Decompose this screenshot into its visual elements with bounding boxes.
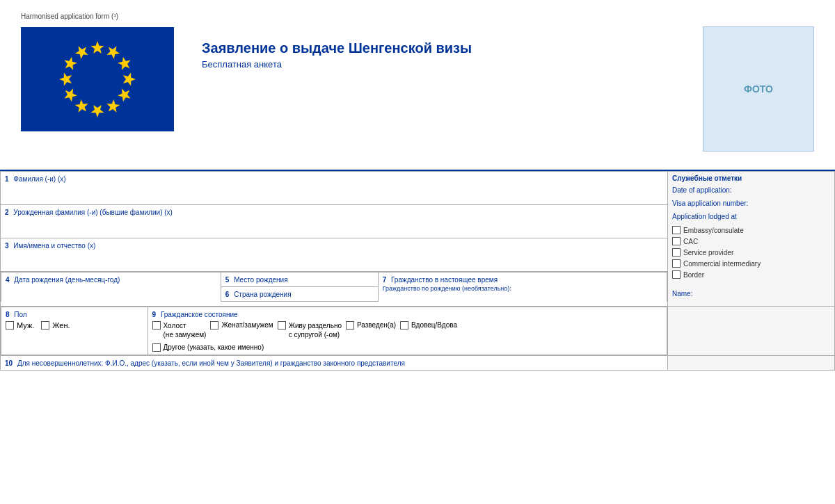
field-7-cell: 7 Гражданство в настоящее время Гражданс… bbox=[378, 273, 667, 302]
table-row: 1 Фамилия (-и) (х) Служебные отметки Dat… bbox=[1, 172, 835, 205]
civil-divorced-checkbox[interactable] bbox=[346, 321, 354, 330]
field-5-cell: 5 Место рождения bbox=[221, 273, 378, 287]
civil-other: Другое (указать, какое именно) bbox=[152, 343, 662, 352]
field-6-label: 6 Страна рождения bbox=[225, 291, 292, 298]
field-5-label: 5 Место рождения bbox=[225, 276, 288, 284]
field-4-label: 4 Дата рождения (день-месяц-год) bbox=[6, 276, 120, 284]
civil-separated-checkbox[interactable] bbox=[278, 321, 286, 330]
field-7-sublabel: Гражданство по рождению (необязательно): bbox=[383, 285, 511, 292]
date-of-application: Date of application: bbox=[672, 186, 830, 194]
checkbox-border: Border bbox=[672, 270, 830, 279]
checkbox-embassy-box[interactable] bbox=[672, 226, 681, 234]
civil-separated: Живу раздельнос супругой (-ом) bbox=[278, 321, 342, 339]
table-row: 8 Пол Муж. bbox=[1, 307, 835, 356]
inner-table-456: 4 Дата рождения (день-месяц-год) 5 Место… bbox=[1, 272, 667, 302]
gender-female: Жен. bbox=[41, 321, 70, 330]
checkbox-border-box[interactable] bbox=[672, 270, 681, 279]
field-456-cell: 4 Дата рождения (день-месяц-год) 5 Место… bbox=[1, 272, 668, 307]
checkbox-commercial-box[interactable] bbox=[672, 259, 681, 268]
checkbox-border-label: Border bbox=[683, 271, 704, 279]
checkbox-embassy: Embassy/consulate bbox=[672, 226, 830, 234]
civil-married: Женат/замужем bbox=[210, 321, 273, 330]
eu-flag-svg bbox=[21, 27, 174, 131]
field-8-cell: 8 Пол Муж. bbox=[1, 307, 148, 355]
field-1-label: 1 Фамилия (-и) (х) bbox=[5, 175, 66, 183]
field-9-label: 9 Гражданское состояние bbox=[152, 311, 238, 318]
field-3-cell: 3 Имя/имена и отчество (х) bbox=[1, 238, 668, 272]
main-title: Заявление о выдаче Шенгенской визы bbox=[202, 40, 689, 56]
gender-female-checkbox[interactable] bbox=[41, 321, 49, 330]
gender-male: Муж. bbox=[6, 321, 34, 330]
civil-married-checkbox[interactable] bbox=[210, 321, 218, 330]
table-row: 10 Для несовершеннолетних: Ф.И.О., адрес… bbox=[1, 356, 835, 371]
field-9-cell: 9 Гражданское состояние Холост(не замуже… bbox=[148, 307, 667, 355]
field-3-label: 3 Имя/имена и отчество (х) bbox=[5, 242, 95, 250]
field-10-cell: 10 Для несовершеннолетних: Ф.И.О., адрес… bbox=[1, 356, 668, 371]
name-label: Name: bbox=[672, 290, 830, 298]
civil-single-checkbox[interactable] bbox=[152, 321, 161, 330]
checkbox-service-provider: Service provider bbox=[672, 248, 830, 257]
civil-single: Холост(не замужем) bbox=[152, 321, 207, 339]
civil-divorced: Разведен(а) bbox=[346, 321, 396, 330]
field-4-cell: 4 Дата рождения (день-месяц-год) bbox=[1, 273, 221, 302]
gender-female-label: Жен. bbox=[52, 321, 70, 330]
civil-widowed-label: Вдовец/Вдова bbox=[411, 321, 457, 329]
field-10-label: 10 Для несовершеннолетних: Ф.И.О., адрес… bbox=[5, 359, 405, 367]
sub-title: Бесплатная анкета bbox=[202, 59, 689, 70]
form-section: 1 Фамилия (-и) (х) Служебные отметки Dat… bbox=[0, 170, 835, 371]
header-section: Harmonised application form (¹) bbox=[0, 0, 835, 158]
form-table: 1 Фамилия (-и) (х) Служебные отметки Dat… bbox=[0, 171, 835, 371]
inner-row-89: 8 Пол Муж. bbox=[1, 307, 667, 355]
field-89-cell: 8 Пол Муж. bbox=[1, 307, 668, 356]
field-2-cell: 2 Урожденная фамилия (-и) (бывшие фамили… bbox=[1, 205, 668, 238]
header-left: Harmonised application form (¹) bbox=[21, 13, 174, 131]
checkbox-cac-box[interactable] bbox=[672, 237, 681, 245]
field-6-cell: 6 Страна рождения bbox=[221, 287, 378, 302]
gender-male-checkbox[interactable] bbox=[6, 321, 14, 330]
photo-label: ФОТО bbox=[744, 83, 773, 95]
checkbox-embassy-label: Embassy/consulate bbox=[683, 227, 744, 234]
gender-male-label: Муж. bbox=[17, 321, 34, 330]
civil-separated-label: Живу раздельнос супругой (-ом) bbox=[289, 321, 342, 339]
field-8-label: 8 Пол bbox=[6, 311, 27, 318]
field-2-label: 2 Урожденная фамилия (-и) (бывшие фамили… bbox=[5, 209, 173, 216]
civil-married-label: Женат/замужем bbox=[221, 321, 273, 329]
civil-other-label: Другое (указать, какое именно) bbox=[164, 343, 264, 351]
visa-application-number: Visa application number: bbox=[672, 200, 830, 207]
civil-widowed-checkbox[interactable] bbox=[400, 321, 408, 330]
field-7-label: 7 Гражданство в настоящее время bbox=[383, 276, 498, 284]
sidebar-cell: Служебные отметки Date of application: V… bbox=[668, 172, 835, 307]
sidebar-cell-bottom bbox=[668, 356, 835, 371]
civil-widowed: Вдовец/Вдова bbox=[400, 321, 457, 330]
checkbox-service-provider-label: Service provider bbox=[683, 249, 733, 257]
eu-flag bbox=[21, 27, 174, 131]
application-lodged-at: Application lodged at bbox=[672, 213, 830, 220]
header-center: Заявление о выдаче Шенгенской визы Беспл… bbox=[188, 13, 689, 70]
sidebar-cell-lower bbox=[668, 307, 835, 356]
sidebar-heading: Служебные отметки bbox=[672, 174, 830, 182]
checkbox-cac: CAC bbox=[672, 237, 830, 245]
harmonised-label: Harmonised application form (¹) bbox=[21, 13, 174, 20]
gender-options: Муж. Жен. bbox=[6, 318, 143, 332]
checkbox-commercial-label: Commercial intermediary bbox=[683, 260, 761, 268]
field-1-cell: 1 Фамилия (-и) (х) bbox=[1, 172, 668, 205]
civil-divorced-label: Разведен(а) bbox=[357, 321, 396, 329]
checkbox-cac-label: CAC bbox=[683, 238, 698, 245]
checkbox-service-provider-box[interactable] bbox=[672, 248, 681, 257]
civil-options: Холост(не замужем) Женат/замужем Живу ра… bbox=[152, 318, 662, 342]
photo-box: ФОТО bbox=[703, 26, 814, 152]
civil-single-label: Холост(не замужем) bbox=[164, 321, 207, 339]
inner-table-89: 8 Пол Муж. bbox=[1, 307, 667, 355]
checkbox-commercial: Commercial intermediary bbox=[672, 259, 830, 268]
civil-other-checkbox[interactable] bbox=[152, 343, 161, 352]
inner-row-456: 4 Дата рождения (день-месяц-год) 5 Место… bbox=[1, 273, 667, 287]
page: Harmonised application form (¹) bbox=[0, 0, 835, 504]
